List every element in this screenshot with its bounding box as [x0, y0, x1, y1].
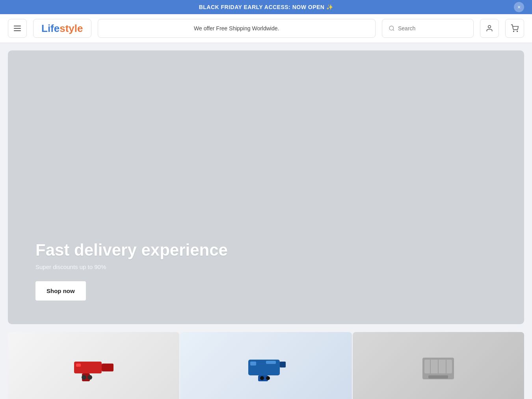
shipping-text: We offer Free Shipping Worldwide.	[194, 25, 279, 32]
banner-close-button[interactable]: ×	[514, 2, 524, 12]
svg-rect-17	[266, 361, 276, 364]
svg-point-3	[513, 31, 514, 32]
logo-text: Lifestyle	[41, 22, 83, 35]
product-1-visual	[70, 350, 117, 385]
product-card-2[interactable]	[180, 332, 352, 399]
top-banner: BLACK FRIDAY EARLY ACCESS: NOW OPEN ✨ ×	[0, 0, 532, 14]
logo-part2: style	[60, 22, 83, 34]
header: Lifestyle We offer Free Shipping Worldwi…	[0, 14, 532, 43]
product-card-1[interactable]	[8, 332, 179, 399]
svg-point-10	[87, 375, 92, 380]
hamburger-icon	[14, 26, 21, 31]
product-3-visual	[415, 350, 462, 385]
svg-point-16	[266, 376, 270, 380]
search-box[interactable]	[382, 19, 474, 38]
product-image-1	[8, 332, 179, 399]
close-icon: ×	[517, 4, 521, 10]
svg-rect-8	[76, 364, 81, 367]
product-card-3[interactable]	[353, 332, 524, 399]
search-input[interactable]	[398, 25, 467, 32]
logo-part1: Life	[41, 22, 60, 34]
products-row	[8, 332, 524, 399]
shop-now-button[interactable]: Shop now	[35, 281, 86, 301]
svg-rect-12	[280, 362, 286, 367]
banner-message: BLACK FRIDAY EARLY ACCESS: NOW OPEN	[199, 4, 325, 10]
banner-text: BLACK FRIDAY EARLY ACCESS: NOW OPEN ✨	[199, 4, 333, 10]
user-button[interactable]	[480, 19, 499, 38]
svg-point-0	[389, 26, 394, 30]
hero-banner: Fast delivery experience Super discounts…	[8, 50, 524, 324]
cart-icon	[511, 24, 519, 32]
svg-point-15	[260, 376, 264, 380]
svg-rect-5	[74, 362, 102, 373]
svg-rect-6	[102, 364, 113, 371]
logo[interactable]: Lifestyle	[33, 19, 91, 38]
product-image-2	[180, 332, 352, 399]
svg-line-1	[393, 30, 394, 31]
shipping-banner: We offer Free Shipping Worldwide.	[98, 19, 376, 38]
user-icon	[485, 24, 493, 32]
hero-title: Fast delivery experience	[35, 241, 228, 260]
banner-emoji: ✨	[326, 4, 333, 10]
menu-button[interactable]	[8, 19, 27, 38]
hero-content: Fast delivery experience Super discounts…	[35, 241, 228, 301]
search-icon	[389, 25, 395, 32]
svg-rect-23	[428, 375, 448, 379]
hero-subtitle: Super discounts up to 90%	[35, 264, 228, 270]
svg-point-2	[488, 26, 491, 28]
main-content: Fast delivery experience Super discounts…	[0, 43, 532, 399]
svg-rect-14	[250, 362, 256, 366]
product-image-3	[353, 332, 524, 399]
cart-button[interactable]	[505, 19, 524, 38]
product-2-visual	[242, 350, 290, 385]
svg-point-9	[82, 375, 86, 380]
svg-point-4	[517, 31, 518, 32]
